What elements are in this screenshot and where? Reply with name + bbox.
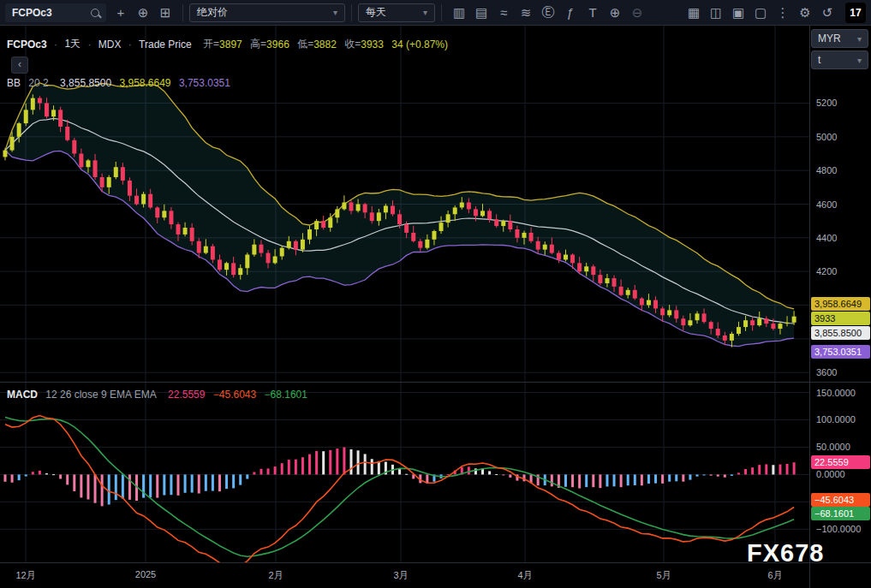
axis-value-flag: 3,958.6649	[811, 297, 870, 311]
axis-tick-label: −100.0000	[816, 524, 861, 534]
toolbar: FCPOc3 +⊕⊞ 绝对价 ▾ 每天 ▾ ▥▤≈≋ⒺƒT⊕⊖ ▦◫▣▢⋮⚙↺ …	[0, 0, 871, 26]
text-tool-icon[interactable]: T	[582, 3, 604, 23]
legend-dot: ·	[54, 39, 57, 50]
high-label: 高=	[250, 38, 266, 50]
high-value: 3966	[266, 39, 289, 50]
toolbar-chart-icons: ▥▤≈≋ⒺƒT⊕⊖	[448, 3, 648, 23]
chevron-down-icon: ▾	[857, 34, 862, 44]
watermark: FX678	[747, 539, 824, 567]
bb-basis-value: 3,855.8500	[60, 77, 111, 89]
open-value: 3897	[219, 39, 242, 50]
area-style-icon[interactable]: ≋	[515, 3, 537, 23]
logo-glyph: 17	[850, 7, 861, 19]
macd-legend: MACD 12 26 close 9 EMA EMA 22.5559 −45.6…	[7, 388, 307, 401]
toolbar-separator	[351, 4, 352, 21]
bb-params: 20 2	[28, 77, 48, 89]
axis-tick-label: 0.0000	[816, 469, 845, 479]
axis-tick-label: 5000	[816, 132, 837, 142]
time-axis-label: 12月	[15, 569, 35, 582]
price-mode-value: 绝对价	[197, 5, 228, 20]
macd-signal-value: −68.1601	[265, 389, 307, 401]
tradingview-logo[interactable]: 17	[845, 3, 866, 23]
snapshot-icon[interactable]: ▣	[727, 3, 749, 23]
macd-line-value: −45.6043	[213, 389, 256, 401]
axis-value-flag: 3,753.0351	[811, 345, 870, 359]
collapse-legend-button[interactable]: ‹	[11, 56, 28, 74]
events-icon[interactable]: Ⓔ	[537, 3, 559, 23]
collapse-arrow-icon: ‹	[18, 58, 21, 70]
interval-dropdown[interactable]: 每天 ▾	[358, 3, 435, 22]
time-axis-label: 6月	[767, 569, 782, 582]
legend-dot: ·	[128, 39, 132, 50]
time-axis-label: 2025	[135, 569, 156, 579]
price-mode-dropdown[interactable]: 绝对价 ▾	[189, 3, 345, 22]
macd-hist-value: 22.5559	[168, 389, 205, 401]
legend-dot: ·	[87, 39, 91, 50]
open-label: 开=	[203, 38, 219, 50]
time-axis-label: 5月	[656, 569, 671, 582]
unit-selector[interactable]: t ▾	[811, 50, 868, 69]
close-value: 3933	[361, 39, 384, 50]
chevron-down-icon: ▾	[857, 56, 862, 65]
low-label: 低=	[297, 38, 313, 50]
change-value: 34 (+0.87%)	[391, 39, 448, 50]
search-icon	[91, 9, 99, 17]
interval-value: 每天	[366, 5, 386, 20]
zoom-out-icon[interactable]: ⊖	[626, 3, 648, 23]
axis-tick-label: 150.0000	[816, 388, 856, 398]
axis-value-flag: −45.6043	[811, 493, 870, 507]
line-style-icon[interactable]: ≈	[492, 3, 515, 23]
time-axis-label: 2月	[268, 569, 283, 582]
macd-title[interactable]: MACD	[7, 389, 38, 401]
price-axis[interactable]: 52005000480046004400420036003,958.664939…	[810, 26, 871, 383]
axis-tick-label: 100.0000	[816, 414, 856, 425]
axis-divider	[809, 26, 810, 588]
indicators-icon[interactable]: ƒ	[559, 3, 582, 23]
legend-symbol[interactable]: FCPOc3	[7, 39, 47, 50]
currency-value: MYR	[818, 33, 841, 45]
time-axis[interactable]: 12月20252月3月4月5月6月	[0, 563, 871, 588]
bb-title[interactable]: BB	[7, 77, 21, 89]
zoom-in-icon[interactable]: ⊕	[604, 3, 626, 23]
settings-icon[interactable]: ⚙	[794, 3, 816, 23]
axis-tick-label: 4400	[816, 233, 837, 243]
axis-tick-label: 4800	[816, 165, 837, 175]
axis-value-flag: −68.1601	[811, 507, 870, 520]
macd-chart-canvas[interactable]	[0, 383, 809, 563]
compare-icon[interactable]: ⊕	[132, 3, 154, 23]
currency-selector[interactable]: MYR ▾	[811, 29, 868, 48]
pane-divider[interactable]	[0, 382, 871, 383]
legend-exchange: MDX	[98, 39, 122, 50]
bar-style-icon[interactable]: ▤	[470, 3, 492, 23]
add-symbol-icon[interactable]: +	[110, 3, 132, 23]
axis-tick-label: 5200	[816, 98, 837, 108]
toolbar-separator	[441, 4, 442, 21]
axis-tick-label: 4600	[816, 199, 837, 210]
toolbar-left-icons: +⊕⊞	[110, 3, 176, 23]
more-options-icon[interactable]: ⋮	[772, 3, 794, 23]
grid-layout-icon[interactable]: ▦	[683, 3, 705, 23]
time-axis-label: 4月	[517, 569, 532, 582]
unit-value: t	[818, 54, 820, 66]
low-value: 3882	[313, 39, 337, 50]
toolbar-separator	[182, 4, 183, 21]
symbol-search-value: FCPOc3	[12, 7, 52, 19]
chevron-down-icon: ▾	[333, 8, 337, 17]
axis-value-flag: 3933	[811, 312, 870, 325]
axis-value-flag: 3,855.8500	[811, 326, 870, 340]
time-axis-label: 3月	[393, 569, 408, 582]
undo-icon[interactable]: ↺	[816, 3, 838, 23]
toolbar-right-icons: ▦◫▣▢⋮⚙↺	[683, 3, 838, 23]
time-axis-divider	[0, 562, 871, 563]
symbol-search[interactable]: FCPOc3	[5, 3, 106, 22]
axis-tick-label: 4200	[816, 266, 837, 276]
multi-chart-icon[interactable]: ◫	[705, 3, 727, 23]
legend-interval: 1天	[64, 38, 81, 50]
bb-upper-value: 3,958.6649	[119, 77, 170, 89]
macd-axis[interactable]: 150.0000100.000050.00000.0000−50.0000−10…	[810, 383, 871, 563]
chart-layout-icon[interactable]: ⊞	[154, 3, 176, 23]
chevron-down-icon: ▾	[423, 8, 427, 17]
fullscreen-icon[interactable]: ▢	[749, 3, 772, 23]
macd-params: 12 26 close 9 EMA EMA	[45, 389, 156, 401]
candlestick-style-icon[interactable]: ▥	[448, 3, 470, 23]
